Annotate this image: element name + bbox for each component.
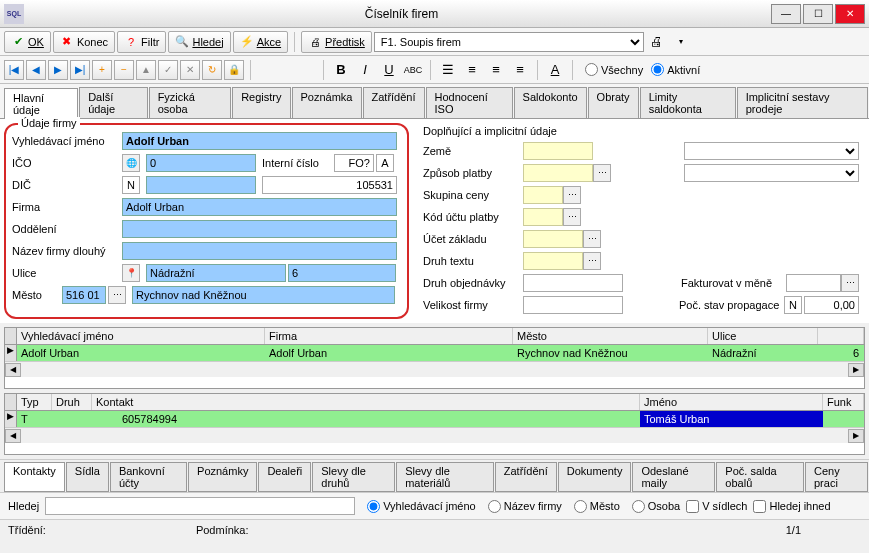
lookup-icon[interactable]: ⋯ xyxy=(841,274,859,292)
tab-registry[interactable]: Registry xyxy=(232,87,290,118)
col-jmeno[interactable]: Jméno xyxy=(640,394,823,410)
italic-button[interactable]: I xyxy=(354,59,376,81)
first-button[interactable]: |◀ xyxy=(4,60,24,80)
tab-slevy-materialu[interactable]: Slevy dle materiálů xyxy=(396,462,494,492)
ico-input[interactable] xyxy=(146,154,256,172)
tab-ceny-praci[interactable]: Ceny praci xyxy=(805,462,868,492)
tab-poznamka[interactable]: Poznámka xyxy=(292,87,362,118)
scrollbar[interactable]: ◀ ▶ xyxy=(5,427,864,443)
bold-button[interactable]: B xyxy=(330,59,352,81)
search-input[interactable] xyxy=(45,497,355,515)
kod-uctu-input[interactable] xyxy=(523,208,563,226)
tab-obraty[interactable]: Obraty xyxy=(588,87,639,118)
lookup-icon[interactable]: ⋯ xyxy=(563,208,581,226)
map-icon[interactable]: 📍 xyxy=(122,264,140,282)
tab-poc-salda[interactable]: Poč. salda obalů xyxy=(716,462,804,492)
refresh-button[interactable]: ↻ xyxy=(202,60,222,80)
col-vyhledavaci-jmeno[interactable]: Vyhledávací jméno xyxy=(17,328,265,344)
col-typ[interactable]: Typ xyxy=(17,394,52,410)
interni-suffix-input[interactable] xyxy=(376,154,394,172)
confirm-button[interactable]: ✓ xyxy=(158,60,178,80)
tab-dealeri[interactable]: Dealeři xyxy=(258,462,311,492)
mesto-input[interactable] xyxy=(132,286,395,304)
druh-textu-input[interactable] xyxy=(523,252,583,270)
zpusob-platby-select[interactable] xyxy=(684,164,859,182)
align-center-button[interactable]: ≡ xyxy=(485,59,507,81)
scroll-left[interactable]: ◀ xyxy=(5,363,21,377)
col-druh[interactable]: Druh xyxy=(52,394,92,410)
chk-ihned[interactable]: Hledej ihned xyxy=(753,500,830,513)
tab-hodnoceni-iso[interactable]: Hodnocení ISO xyxy=(426,87,513,118)
col-firma[interactable]: Firma xyxy=(265,328,513,344)
zpusob-platby-input[interactable] xyxy=(523,164,593,182)
radio-active[interactable]: Aktivní xyxy=(651,63,700,76)
ok-button[interactable]: ✔OK xyxy=(4,31,51,53)
font-button[interactable]: A xyxy=(544,59,566,81)
report-select[interactable]: F1. Soupis firem xyxy=(374,32,644,52)
tab-hlavni-udaje[interactable]: Hlavní údaje xyxy=(4,88,78,119)
close-button[interactable]: ✕ xyxy=(835,4,865,24)
zeme-select[interactable] xyxy=(684,142,859,160)
align-right-button[interactable]: ≡ xyxy=(509,59,531,81)
oddeleni-input[interactable] xyxy=(122,220,397,238)
akce-button[interactable]: ⚡Akce xyxy=(233,31,288,53)
dic-num-input[interactable] xyxy=(262,176,397,194)
tab-zatrideni[interactable]: Zatřídění xyxy=(363,87,425,118)
dic-n-input[interactable] xyxy=(122,176,140,194)
underline-button[interactable]: U xyxy=(378,59,400,81)
col-funk[interactable]: Funk xyxy=(823,394,864,410)
chk-sidlech[interactable]: V sídlech xyxy=(686,500,747,513)
table-row[interactable]: ▶ Adolf Urban Adolf Urban Rychnov nad Kn… xyxy=(5,345,864,361)
lookup-icon[interactable]: ⋯ xyxy=(108,286,126,304)
lookup-icon[interactable]: ⋯ xyxy=(563,186,581,204)
firma-input[interactable] xyxy=(122,198,397,216)
tab-kontakty[interactable]: Kontakty xyxy=(4,462,65,492)
tab-dokumenty[interactable]: Dokumenty xyxy=(558,462,632,492)
minimize-button[interactable]: — xyxy=(771,4,801,24)
scroll-right[interactable]: ▶ xyxy=(848,363,864,377)
tab-odeslane-maily[interactable]: Odeslané maily xyxy=(632,462,715,492)
radio-all[interactable]: Všechny xyxy=(585,63,643,76)
tab-implicitni[interactable]: Implicitní sestavy prodeje xyxy=(737,87,868,118)
vyhledavaci-jmeno-input[interactable] xyxy=(122,132,397,150)
scrollbar[interactable]: ◀ ▶ xyxy=(5,361,864,377)
interni-cislo-input[interactable] xyxy=(334,154,374,172)
zeme-input[interactable] xyxy=(523,142,593,160)
table-row[interactable]: ▶ T 605784994 Tomáš Urban xyxy=(5,411,864,427)
tab-limity[interactable]: Limity saldokonta xyxy=(640,87,736,118)
col-empty[interactable] xyxy=(818,328,864,344)
velikost-input[interactable] xyxy=(523,296,623,314)
dropdown-icon[interactable]: ▾ xyxy=(670,31,692,53)
hledej-button[interactable]: 🔍Hledej xyxy=(168,31,230,53)
prev-button[interactable]: ◀ xyxy=(26,60,46,80)
edit-button[interactable]: ▲ xyxy=(136,60,156,80)
col-mesto[interactable]: Město xyxy=(513,328,708,344)
poc-stav-n-input[interactable] xyxy=(784,296,802,314)
minus-button[interactable]: − xyxy=(114,60,134,80)
lookup-icon[interactable]: ⋯ xyxy=(583,230,601,248)
tab-bankovni-ucty[interactable]: Bankovní účty xyxy=(110,462,187,492)
radio-nazev[interactable]: Název firmy xyxy=(488,500,562,513)
ucet-zakladu-input[interactable] xyxy=(523,230,583,248)
druh-obj-input[interactable] xyxy=(523,274,623,292)
tab-slevy-druhu[interactable]: Slevy dle druhů xyxy=(312,462,395,492)
printer-icon-button[interactable]: 🖨 xyxy=(646,31,668,53)
tab-dalsi-udaje[interactable]: Další údaje xyxy=(79,87,148,118)
skupina-ceny-input[interactable] xyxy=(523,186,563,204)
tab-zatrideni[interactable]: Zatřídění xyxy=(495,462,557,492)
ulice-cislo-input[interactable] xyxy=(288,264,396,282)
dic-input[interactable] xyxy=(146,176,256,194)
plus-button[interactable]: + xyxy=(92,60,112,80)
tab-saldokonto[interactable]: Saldokonto xyxy=(514,87,587,118)
filtr-button[interactable]: ?Filtr xyxy=(117,31,166,53)
tab-sidla[interactable]: Sídla xyxy=(66,462,109,492)
lookup-icon[interactable]: ⋯ xyxy=(583,252,601,270)
tab-poznamky[interactable]: Poznámky xyxy=(188,462,257,492)
globe-icon[interactable]: 🌐 xyxy=(122,154,140,172)
konec-button[interactable]: ✖Konec xyxy=(53,31,115,53)
radio-vyhledavaci[interactable]: Vyhledávací jméno xyxy=(367,500,476,513)
maximize-button[interactable]: ☐ xyxy=(803,4,833,24)
nazev-dlouhy-input[interactable] xyxy=(122,242,397,260)
predtisk-button[interactable]: 🖨Předtisk xyxy=(301,31,372,53)
poc-stav-val-input[interactable] xyxy=(804,296,859,314)
